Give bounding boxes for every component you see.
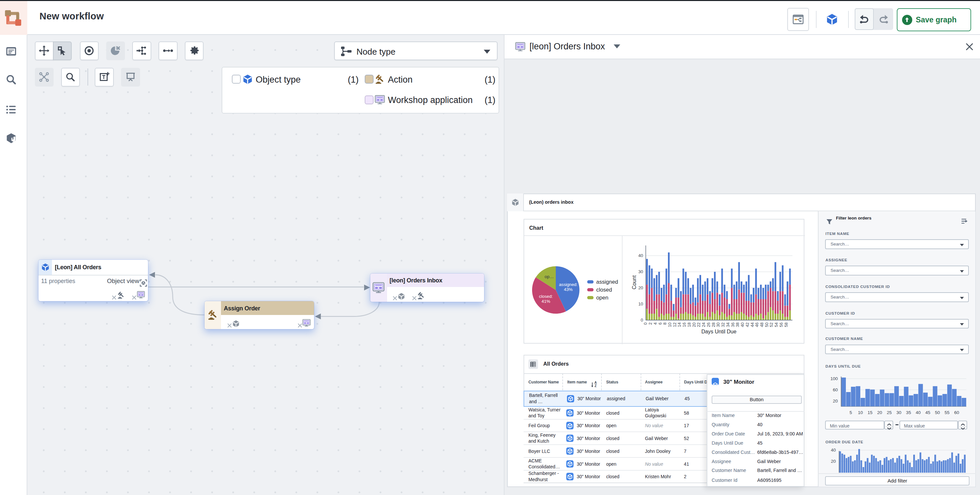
svg-text:32: 32 xyxy=(721,323,725,327)
svg-text:24: 24 xyxy=(701,323,706,327)
svg-text:Count: Count xyxy=(632,275,637,289)
svg-text:A: A xyxy=(594,381,597,385)
svg-text:0: 0 xyxy=(643,323,648,325)
svg-text:10: 10 xyxy=(858,410,863,415)
svg-text:38: 38 xyxy=(735,323,740,327)
svg-text:56: 56 xyxy=(779,323,784,327)
svg-text:26: 26 xyxy=(706,323,711,327)
svg-text:50: 50 xyxy=(935,410,940,415)
svg-text:open: open xyxy=(596,295,608,301)
svg-text:42: 42 xyxy=(745,323,750,327)
svg-text:6: 6 xyxy=(658,323,663,325)
svg-text:43%: 43% xyxy=(564,287,573,292)
svg-text:25: 25 xyxy=(887,410,892,415)
svg-text:28: 28 xyxy=(711,323,716,327)
svg-text:34: 34 xyxy=(725,323,730,327)
svg-text:30: 30 xyxy=(638,269,643,274)
svg-text:52: 52 xyxy=(769,323,774,327)
svg-text:22: 22 xyxy=(696,323,701,327)
svg-text:Z: Z xyxy=(595,384,597,387)
svg-text:30: 30 xyxy=(716,323,721,327)
svg-text:35: 35 xyxy=(906,410,911,415)
svg-text:20: 20 xyxy=(833,399,838,404)
svg-text:54: 54 xyxy=(774,323,779,327)
svg-text:45: 45 xyxy=(926,410,930,415)
svg-text:40: 40 xyxy=(740,323,745,327)
svg-text:100: 100 xyxy=(830,376,838,381)
svg-text:assigned:: assigned: xyxy=(559,282,578,287)
svg-text:8: 8 xyxy=(662,323,667,325)
svg-text:50: 50 xyxy=(764,323,769,327)
svg-text:40: 40 xyxy=(831,448,836,452)
svg-text:46: 46 xyxy=(754,323,759,327)
svg-text:55: 55 xyxy=(945,410,950,415)
svg-text:20: 20 xyxy=(692,323,697,327)
svg-text:14: 14 xyxy=(677,323,682,327)
svg-text:5: 5 xyxy=(850,410,852,415)
svg-text:60: 60 xyxy=(833,387,838,392)
svg-text:48: 48 xyxy=(759,323,764,327)
svg-text:0: 0 xyxy=(641,318,643,323)
svg-text:assigned: assigned xyxy=(596,279,618,285)
svg-text:60: 60 xyxy=(954,410,959,415)
svg-text:12: 12 xyxy=(672,323,677,327)
svg-text:4: 4 xyxy=(653,323,658,325)
svg-text:Days Until Due: Days Until Due xyxy=(702,329,737,334)
svg-text:closed:: closed: xyxy=(539,294,553,299)
svg-text:36: 36 xyxy=(730,323,735,327)
svg-text:44: 44 xyxy=(750,323,755,327)
svg-text:18: 18 xyxy=(687,323,692,327)
svg-text:op…: op… xyxy=(544,274,554,279)
svg-text:40: 40 xyxy=(916,410,921,415)
svg-text:10: 10 xyxy=(667,323,672,327)
svg-text:40: 40 xyxy=(638,253,643,258)
svg-text:20: 20 xyxy=(638,285,643,290)
svg-text:58: 58 xyxy=(784,323,789,327)
svg-text:10: 10 xyxy=(638,302,643,307)
svg-text:20: 20 xyxy=(831,459,836,464)
svg-text:41%: 41% xyxy=(542,299,550,304)
svg-text:15: 15 xyxy=(867,410,872,415)
svg-text:2: 2 xyxy=(648,323,653,325)
svg-text:30: 30 xyxy=(896,410,902,415)
svg-text:20: 20 xyxy=(877,410,882,415)
svg-text:closed: closed xyxy=(596,287,612,293)
svg-text:16: 16 xyxy=(682,323,687,327)
